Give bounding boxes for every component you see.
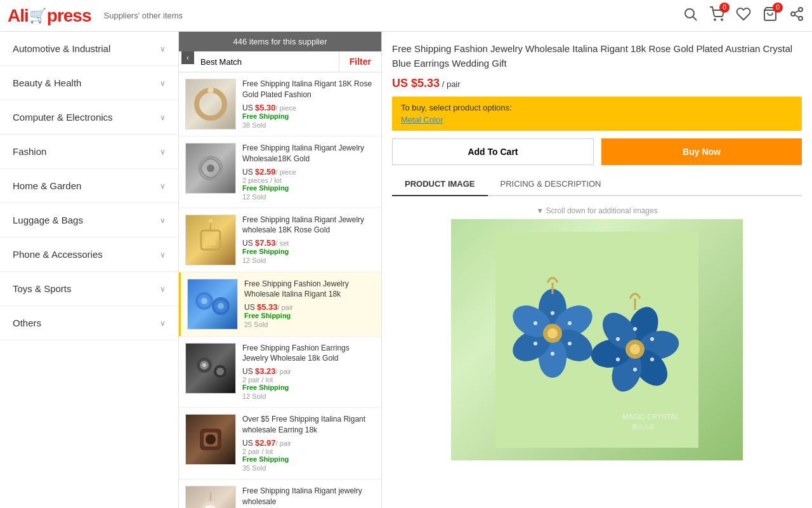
product-thumbnail <box>185 414 236 465</box>
list-item[interactable]: Free Shipping Fashion Earrings Jewelry W… <box>179 337 381 408</box>
product-info: Over $5 Free Shipping Italina Rigant who… <box>242 414 375 472</box>
product-info: Free Shipping Italina Rigant jewelry who… <box>242 486 375 508</box>
svg-point-7 <box>799 17 802 20</box>
bag-badge: 0 <box>773 3 783 13</box>
sold-count: 12 Sold <box>242 392 266 400</box>
svg-point-45 <box>547 328 558 338</box>
svg-point-5 <box>799 8 802 11</box>
metal-color-link[interactable]: Metal Color <box>401 115 443 124</box>
chevron-down-icon: ∨ <box>160 319 166 328</box>
product-price: $5.33 <box>257 302 278 312</box>
sold-count: 25 Sold <box>244 321 268 328</box>
header-icons: 0 0 <box>683 6 804 25</box>
product-title: Free Shipping Fashion Jewelry Wholesale … <box>244 279 375 300</box>
app-header: Ali 🛒 press Suppliers' other items 0 0 <box>0 0 812 32</box>
list-item[interactable]: Free Shipping Fashion Jewelry Wholesale … <box>179 272 381 337</box>
tab-product-image[interactable]: PRODUCT IMAGE <box>392 173 488 196</box>
list-item[interactable]: Free Shipping Italina Rigant jewelry who… <box>179 479 381 508</box>
sidebar: Automotive & Industrial ∨ Beauty & Healt… <box>0 32 179 508</box>
list-item[interactable]: Over $5 Free Shipping Italina Rigant who… <box>179 408 381 479</box>
action-buttons: Add To Cart Buy Now <box>392 138 802 165</box>
tab-pricing-description[interactable]: PRICING & DESCRIPTION <box>488 173 614 195</box>
product-title: Free Shipping Italina Rigant 18K Rose Go… <box>242 79 375 100</box>
sold-count: 12 Sold <box>242 193 266 201</box>
sidebar-item-label: Automotive & Industrial <box>13 43 110 54</box>
add-to-cart-button[interactable]: Add To Cart <box>392 138 594 165</box>
product-title: Free Shipping Italina Rigant Jewelry Who… <box>242 143 375 164</box>
product-info: Free Shipping Italina Rigant Jewelry Who… <box>242 143 375 201</box>
option-bar: To buy, select product options: Metal Co… <box>392 97 802 131</box>
svg-point-46 <box>551 311 554 315</box>
product-thumbnail <box>185 215 236 265</box>
chevron-down-icon: ∨ <box>160 182 166 190</box>
share-icon[interactable] <box>789 6 804 25</box>
product-thumbnail <box>185 343 236 394</box>
svg-point-12 <box>209 88 213 92</box>
svg-point-63 <box>650 358 654 361</box>
blue-flower-earring-image: MAGIC CRYSTAL 魔法水晶 <box>495 232 698 448</box>
product-price: $2.59 <box>255 167 276 177</box>
product-price: $5.30 <box>255 103 276 112</box>
product-thumbnail <box>187 279 238 330</box>
sidebar-item-luggage[interactable]: Luggage & Bags ∨ <box>0 203 178 237</box>
bag-icon[interactable]: 0 <box>763 6 778 25</box>
svg-point-27 <box>202 363 206 367</box>
sidebar-item-phone[interactable]: Phone & Accessories ∨ <box>0 237 178 272</box>
sidebar-item-beauty[interactable]: Beauty & Health ∨ <box>0 66 178 100</box>
svg-point-48 <box>568 342 572 345</box>
collapse-arrow[interactable]: ‹ <box>181 51 194 64</box>
product-tabs: PRODUCT IMAGE PRICING & DESCRIPTION <box>392 173 802 196</box>
list-item[interactable]: Free Shipping Italina Rigant Jewelry Who… <box>179 137 381 208</box>
logo-cart-icon: 🛒 <box>29 8 46 24</box>
sidebar-item-label: Luggage & Bags <box>13 215 83 225</box>
chevron-down-icon: ∨ <box>160 113 166 122</box>
sidebar-item-fashion[interactable]: Fashion ∨ <box>0 135 178 169</box>
sort-select[interactable]: Best Match <box>194 51 339 72</box>
svg-point-29 <box>216 368 224 375</box>
svg-point-21 <box>201 298 207 304</box>
detail-price-unit: / pair <box>442 79 461 89</box>
option-prompt: To buy, select product options: <box>401 103 793 112</box>
sidebar-item-others[interactable]: Others ∨ <box>0 306 178 340</box>
items-count-text: 446 items for this supplier <box>233 37 327 46</box>
sold-count: 12 Sold <box>242 257 266 264</box>
chevron-down-icon: ∨ <box>160 250 166 259</box>
chevron-down-icon: ∨ <box>160 284 166 293</box>
logo-text: Ali <box>8 6 29 26</box>
product-title: Over $5 Free Shipping Italina Rigant who… <box>242 414 375 436</box>
svg-point-10 <box>197 90 225 118</box>
product-info: Free Shipping Italina Rigant Jewelry who… <box>242 215 375 265</box>
svg-rect-18 <box>206 235 216 245</box>
wishlist-icon[interactable] <box>736 6 751 25</box>
detail-price: US $5.33 <box>392 77 440 90</box>
svg-point-17 <box>209 219 213 223</box>
list-item[interactable]: Free Shipping Italina Rigant Jewelry who… <box>179 208 381 272</box>
list-item[interactable]: Free Shipping Italina Rigant 18K Rose Go… <box>179 72 381 137</box>
sidebar-item-automotive[interactable]: Automotive & Industrial ∨ <box>0 32 178 66</box>
svg-point-51 <box>534 321 537 325</box>
product-price: $2.97 <box>255 438 276 448</box>
svg-point-3 <box>721 19 723 20</box>
scroll-hint: ▼ Scroll down for additional images <box>392 203 802 219</box>
product-price: $3.23 <box>255 366 276 376</box>
sidebar-item-label: Home & Garden <box>13 180 81 191</box>
sidebar-item-label: Others <box>13 318 41 328</box>
sidebar-item-toys[interactable]: Toys & Sports ∨ <box>0 272 178 306</box>
svg-text:MAGIC CRYSTAL: MAGIC CRYSTAL <box>622 413 679 420</box>
svg-point-2 <box>714 19 716 20</box>
svg-point-47 <box>568 321 572 325</box>
svg-point-64 <box>633 368 637 371</box>
product-image-container: MAGIC CRYSTAL 魔法水晶 <box>451 219 743 460</box>
logo[interactable]: Ali 🛒 press <box>8 6 91 26</box>
filter-button[interactable]: Filter <box>339 51 381 72</box>
search-icon[interactable] <box>683 6 698 25</box>
logo-suffix: press <box>47 6 91 26</box>
free-shipping-badge: Free Shipping <box>242 248 375 255</box>
cart-icon[interactable]: 0 <box>709 6 724 25</box>
product-title: Free Shipping Fashion Earrings Jewelry W… <box>242 343 375 364</box>
sidebar-item-computer[interactable]: Computer & Electronics ∨ <box>0 100 178 135</box>
chevron-down-icon: ∨ <box>160 216 166 225</box>
svg-point-14 <box>207 164 214 172</box>
buy-now-button[interactable]: Buy Now <box>601 138 802 165</box>
sidebar-item-home[interactable]: Home & Garden ∨ <box>0 169 178 203</box>
